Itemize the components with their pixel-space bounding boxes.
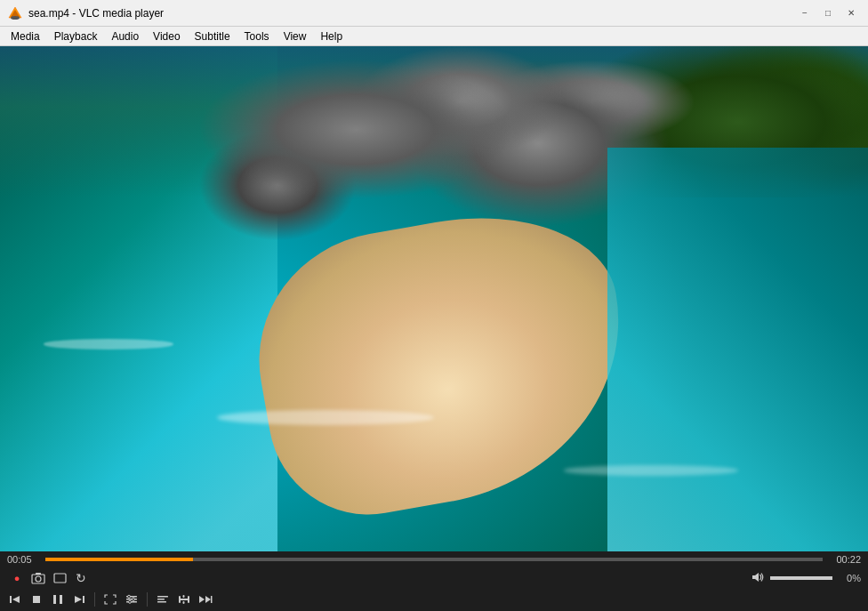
- svg-point-4: [36, 576, 41, 582]
- separator-1: [94, 592, 95, 607]
- volume-button[interactable]: [749, 571, 767, 586]
- frame-step-icon: [198, 594, 213, 605]
- svg-rect-13: [83, 596, 84, 603]
- stop-icon: [31, 594, 42, 605]
- prev-chapter-button[interactable]: [5, 591, 25, 608]
- menu-media[interactable]: Media: [4, 28, 47, 44]
- time-current: 00:05: [7, 554, 38, 565]
- svg-rect-10: [33, 596, 40, 603]
- menu-playback[interactable]: Playback: [47, 28, 105, 44]
- svg-rect-6: [54, 574, 66, 583]
- wave-1: [217, 410, 434, 425]
- volume-icon: [751, 571, 765, 583]
- svg-rect-23: [157, 601, 166, 603]
- play-pause-button[interactable]: [48, 591, 68, 608]
- next-chapter-button[interactable]: [69, 591, 89, 608]
- progress-row: 00:05 00:22: [0, 551, 868, 567]
- progress-bar-fill: [45, 558, 193, 561]
- vlc-icon: [7, 5, 23, 21]
- svg-marker-14: [75, 596, 82, 603]
- wave-2: [564, 465, 737, 475]
- svg-marker-7: [752, 573, 759, 582]
- svg-rect-27: [183, 595, 185, 598]
- svg-point-19: [133, 598, 135, 600]
- fullscreen-button[interactable]: [100, 591, 120, 608]
- svg-point-20: [129, 600, 132, 603]
- aspect-ratio-button[interactable]: [50, 569, 69, 587]
- playlist-button[interactable]: [153, 591, 173, 608]
- menu-help[interactable]: Help: [313, 28, 350, 44]
- progress-bar[interactable]: [45, 558, 823, 561]
- svg-rect-22: [157, 599, 165, 600]
- svg-marker-9: [12, 596, 20, 603]
- frame-step-button[interactable]: [196, 591, 215, 608]
- stop-button[interactable]: [27, 591, 46, 608]
- svg-rect-26: [188, 596, 189, 603]
- svg-marker-29: [199, 596, 205, 603]
- svg-rect-12: [60, 595, 62, 604]
- svg-rect-25: [179, 596, 181, 603]
- svg-rect-11: [53, 595, 56, 604]
- next-chapter-icon: [73, 594, 85, 605]
- menu-tools[interactable]: Tools: [237, 28, 277, 44]
- extended-icon: [125, 594, 138, 605]
- menu-view[interactable]: View: [277, 28, 314, 44]
- svg-marker-30: [205, 596, 211, 603]
- title-bar: sea.mp4 - VLC media player − □ ✕: [0, 0, 868, 27]
- svg-point-2: [11, 16, 20, 20]
- volume-percent: 0%: [836, 573, 861, 583]
- effects-icon: [178, 594, 190, 605]
- loop-button[interactable]: ↻: [71, 569, 91, 587]
- svg-point-18: [128, 595, 131, 598]
- volume-slider[interactable]: [770, 576, 832, 580]
- close-button[interactable]: ✕: [841, 5, 861, 21]
- wave-3: [44, 339, 173, 349]
- record-button[interactable]: ●: [7, 569, 27, 587]
- prev-chapter-icon: [9, 594, 21, 605]
- video-area[interactable]: [0, 46, 868, 551]
- buttons-row2: [0, 589, 868, 610]
- buttons-row1: ● ↻: [0, 567, 868, 589]
- svg-rect-24: [180, 599, 189, 600]
- volume-fill: [770, 576, 832, 580]
- playlist-icon: [157, 594, 169, 605]
- svg-rect-8: [10, 596, 12, 603]
- menu-bar: Media Playback Audio Video Subtitle Tool…: [0, 27, 868, 46]
- window-controls: − □ ✕: [795, 5, 861, 21]
- time-total: 00:22: [830, 554, 861, 565]
- menu-subtitle[interactable]: Subtitle: [188, 28, 237, 44]
- svg-rect-28: [183, 601, 185, 604]
- aspect-icon: [53, 573, 67, 583]
- window-title: sea.mp4 - VLC media player: [28, 7, 795, 20]
- effects-button[interactable]: [174, 591, 194, 608]
- snapshot-button[interactable]: [28, 569, 48, 587]
- separator-2: [147, 592, 148, 607]
- maximize-button[interactable]: □: [818, 5, 838, 21]
- fullscreen-icon: [104, 594, 117, 605]
- svg-rect-21: [157, 596, 168, 598]
- camera-icon: [31, 572, 45, 584]
- video-canvas: [0, 46, 868, 551]
- water-right: [607, 148, 868, 551]
- menu-audio[interactable]: Audio: [104, 28, 146, 44]
- volume-area: 0%: [749, 571, 861, 586]
- extended-settings-button[interactable]: [122, 591, 141, 608]
- svg-rect-31: [211, 596, 213, 603]
- controls-area: 00:05 00:22 ● ↻: [0, 551, 868, 611]
- menu-video[interactable]: Video: [146, 28, 187, 44]
- svg-rect-5: [36, 573, 41, 575]
- play-icon: [52, 593, 64, 606]
- minimize-button[interactable]: −: [795, 5, 815, 21]
